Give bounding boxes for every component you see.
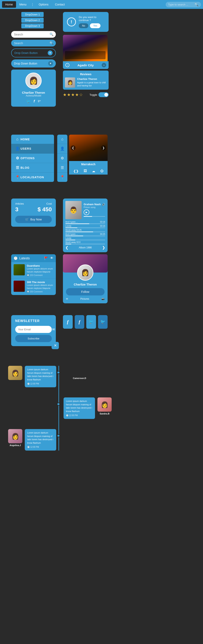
- nav-contact[interactable]: Contact: [52, 1, 68, 8]
- guardians-comments: 💬 153 Comment: [27, 274, 53, 276]
- newsletter-title: NEWSLETTER: [15, 319, 52, 323]
- nav-right-blog[interactable]: ☰: [57, 163, 67, 172]
- latest-item-1[interactable]: Guardians Lorem ipsum dolurm erum harum …: [11, 262, 56, 278]
- close-button[interactable]: ✕: [52, 342, 59, 349]
- localisation-icon: 📍: [15, 175, 21, 180]
- nav-right-home[interactable]: ⌂: [57, 135, 67, 144]
- twitter-icon[interactable]: 🐦: [26, 99, 31, 104]
- search-icon-2: 🔍: [50, 41, 54, 45]
- movie-comments: 💬 250 Comment: [27, 290, 53, 293]
- city-arrow-icon[interactable]: ›: [102, 63, 106, 67]
- ctrl-power-icon[interactable]: ⏻: [100, 169, 104, 173]
- play-button[interactable]: ▶: [84, 210, 89, 215]
- angelina-avatar: 👩: [8, 429, 22, 443]
- nav-search-input[interactable]: [168, 3, 194, 6]
- eye-icon[interactable]: 👁: [50, 256, 53, 260]
- nav-right-loc[interactable]: 📍: [57, 172, 67, 182]
- facebook-icon[interactable]: f: [34, 99, 35, 104]
- timeline-item-3: 👩 Angelina.J Lorem ipsum darkum herum bl…: [8, 429, 112, 450]
- right-panel: ! Do you want to continue ? No Yes i Aga…: [63, 12, 109, 100]
- dropdown-button-2[interactable]: Drop Down Button ▼: [11, 60, 56, 68]
- nav-right-options[interactable]: ⚙: [57, 154, 67, 163]
- sandra-name: Sandra.B: [97, 412, 112, 415]
- search-input-2[interactable]: [14, 42, 50, 45]
- nav-home[interactable]: Home: [2, 1, 16, 8]
- music-progress-fill: [84, 216, 92, 217]
- latest-item-2[interactable]: 300 The movie Lorem ipsum dolurm erum ha…: [11, 278, 56, 295]
- volume-icon[interactable]: 🔊: [102, 203, 105, 206]
- dropdown-item-3[interactable]: DropDown 3: [21, 23, 44, 28]
- twitter-btn-2[interactable]: 🐦: [98, 315, 108, 329]
- flag-icon[interactable]: 🚩: [44, 256, 48, 260]
- google-icon[interactable]: g+: [38, 99, 41, 104]
- nav-blog-item[interactable]: ☰ BLOG: [11, 163, 54, 172]
- album-next-btn[interactable]: ❯: [102, 245, 105, 250]
- dropdown-item-2[interactable]: DropDown 2: [21, 18, 44, 23]
- newsletter-section: NEWSLETTER ✉ Subscribe ✕: [11, 315, 56, 346]
- articles-value: 3: [15, 206, 19, 213]
- profile-social-row: 🐦 f g+: [14, 99, 53, 104]
- nav-right-users[interactable]: 👤: [57, 144, 67, 154]
- profile-subtitle: Actress/Model: [14, 94, 53, 97]
- timeline-item-1: 👩 Lorem ipsum darkum herum blopum mainin…: [8, 366, 112, 387]
- dialog-no-button[interactable]: No: [79, 23, 88, 28]
- profile-name: Charlize Theron: [14, 91, 53, 94]
- city-info-icon: i: [65, 63, 69, 67]
- buy-now-button[interactable]: 🛒 Buy Now: [15, 216, 52, 223]
- dialog-buttons: No Yes: [79, 23, 105, 28]
- dialog-yes-button[interactable]: Yes: [90, 23, 100, 28]
- latests-card: 🕐 Latests 🚩 👁 Guardians Lorem ipsum dolu…: [11, 254, 56, 295]
- sandra-bubble: Lorem ipsum darkum herum blopum maining …: [64, 398, 95, 419]
- nav-users-item[interactable]: 👤 USERS: [11, 144, 54, 154]
- music-player: 👨 Graham Nash 🔊 Prison song ▶ And it goe…: [63, 198, 108, 252]
- nav-options-item[interactable]: ⚙ OPTIONS: [11, 154, 54, 163]
- city-section: i Agadir City ›: [63, 35, 109, 69]
- toggle-label: Toggle: [90, 93, 97, 96]
- mail-icon[interactable]: ✉: [66, 298, 68, 300]
- ctrl-cloud-icon[interactable]: ☁: [92, 169, 95, 173]
- marrakech-next-btn[interactable]: ❯: [101, 146, 106, 150]
- timeline-dot-2: [57, 402, 60, 406]
- nav-dots-icon[interactable]: ⋮: [30, 3, 35, 6]
- nav-options[interactable]: Options: [35, 1, 52, 8]
- album-prev-btn[interactable]: ❮: [65, 245, 68, 250]
- review-row: 👩 Charlize Theron Agadir is a great town…: [65, 78, 107, 88]
- song-name: Prison song: [84, 206, 105, 208]
- dialog-box: ! Do you want to continue ? No Yes: [63, 12, 109, 32]
- search-icon-1: 🔍: [50, 32, 54, 36]
- pricing-labels-row: Articles Cost: [15, 202, 52, 205]
- ctrl-image-icon[interactable]: 🖼: [84, 169, 87, 173]
- blog-icon: ☰: [15, 166, 21, 170]
- dropdown-btn-2-chevron: ▼: [48, 61, 53, 66]
- marrakech-controls: ❮❯ 🖼 ☁ ⏻: [69, 168, 108, 174]
- search-input-1[interactable]: [14, 33, 50, 36]
- home-icon: ⌂: [15, 137, 21, 141]
- profile-right-section: 👩 Charlize Theron Follow ✉ Pictures 📷: [63, 254, 109, 303]
- nav-menu-left: ⌂ HOME 👤 USERS ⚙ OPTIONS ☰ BLOG 📍 LOCALI…: [11, 135, 54, 182]
- angelina-avatar-section: 👩 Angelina.J: [8, 429, 22, 446]
- pictures-icon[interactable]: 📷: [102, 298, 105, 300]
- review-text: Agadir is a great town to chill and havi…: [77, 81, 107, 88]
- facebook-btn-1[interactable]: f: [63, 315, 73, 329]
- follow-button[interactable]: Follow: [66, 288, 105, 296]
- pricing-section: Articles Cost 3 $ 450 🛒 Buy Now: [11, 198, 56, 227]
- timeline-wrapper: 👩 Lorem ipsum darkum herum blopum mainin…: [8, 366, 112, 450]
- dropdown-item-1[interactable]: DropDown 1: [21, 12, 44, 17]
- marrakech-prev-btn[interactable]: ❮: [71, 146, 76, 150]
- nav-home-item[interactable]: ⌂ HOME: [11, 135, 54, 144]
- track-5: Lonely: [65, 237, 105, 239]
- dropdown-button-1[interactable]: Drop Down Button ▼: [11, 48, 56, 58]
- twitter-btn-1[interactable]: 🐦: [86, 315, 96, 329]
- nav-menu[interactable]: Menu: [16, 1, 30, 8]
- track-list: And it goes ...03:16 Lonely03:16 World a…: [65, 221, 105, 244]
- facebook-btn-2[interactable]: f: [75, 315, 84, 329]
- newsletter-email-input[interactable]: [18, 328, 52, 331]
- ctrl-arrows-icon[interactable]: ❮❯: [73, 169, 79, 173]
- subscribe-button[interactable]: Subscribe: [15, 335, 52, 342]
- angelina-name: Angelina.J: [8, 444, 22, 446]
- movie-thumb: [14, 281, 25, 292]
- nav-localisation-item[interactable]: 📍 LOCALISATION: [11, 172, 54, 182]
- track-6-bar: [65, 244, 105, 244]
- review-avatar: 👩: [65, 78, 75, 88]
- toggle-switch[interactable]: [98, 92, 109, 97]
